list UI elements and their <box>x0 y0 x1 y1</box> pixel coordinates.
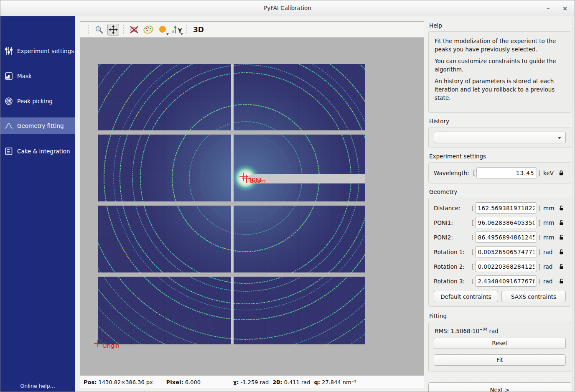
parameter-row: Rotation 3: [ ] rad <box>434 275 566 287</box>
parameter-label: Distance: <box>434 205 471 211</box>
parameter-field[interactable] <box>475 202 537 214</box>
bracket-left: [ <box>471 234 475 241</box>
zoom-tool-button[interactable] <box>93 24 105 36</box>
saxs-constraints-button[interactable]: SAXS contraints <box>501 291 566 302</box>
parameter-field[interactable] <box>475 246 537 257</box>
sidebar-item-mask[interactable]: Mask <box>0 68 75 84</box>
lock-open-icon[interactable] <box>558 205 566 211</box>
sidebar-item-geometry-fitting[interactable]: Geometry fitting <box>0 117 75 134</box>
parameter-field[interactable] <box>475 232 537 243</box>
magnifier-icon <box>94 25 104 34</box>
experiment-section-label: Experiment settings <box>429 153 571 160</box>
parameter-unit: mm <box>543 205 556 211</box>
lock-closed-icon[interactable] <box>558 170 566 176</box>
parameter-field[interactable] <box>475 261 537 272</box>
history-box <box>428 127 571 148</box>
help-section-label: Help <box>429 22 571 29</box>
sidebar-item-label: Mask <box>17 73 32 79</box>
3d-view-button[interactable]: 3D <box>193 25 204 34</box>
dropdown-caret <box>166 33 169 35</box>
history-dropdown[interactable] <box>434 132 566 143</box>
toolbar-grip[interactable] <box>88 25 89 34</box>
sidebar: Experiment settings Mask Peak picking <box>0 16 75 392</box>
module-gap-vertical <box>231 64 234 344</box>
parameter-row: PONI2: [ ] mm <box>434 232 566 243</box>
wavelength-row: Wavelength: [ ] keV <box>434 167 566 178</box>
bracket-left: [ <box>471 263 475 270</box>
geometry-section-label: Geometry <box>429 188 571 195</box>
experiment-box: Wavelength: [ ] keV <box>428 162 571 183</box>
lock-open-icon[interactable] <box>558 278 566 284</box>
parameter-label: PONI1: <box>434 219 471 226</box>
bracket-right: ] <box>537 249 542 255</box>
status-segment: q: 27.844 nm⁻¹ <box>314 379 356 385</box>
minimize-button[interactable]: – <box>543 4 554 13</box>
parameter-unit: rad <box>543 249 556 255</box>
colormap-button[interactable] <box>142 24 154 36</box>
wavelength-label: Wavelength: <box>434 170 472 176</box>
wavelength-unit: keV <box>543 170 556 176</box>
plot-canvas[interactable]: PONI Beam Origin <box>80 38 424 375</box>
bracket-right: ] <box>537 170 542 176</box>
bracket-left: [ <box>472 170 476 176</box>
help-box: Fit the modelization of the experient to… <box>428 31 571 113</box>
chevron-down-icon <box>558 137 561 139</box>
green-up-arrow-icon <box>173 25 177 34</box>
default-constraints-button[interactable]: Default contraints <box>434 291 498 302</box>
plot-widget: d Y 3D <box>80 21 424 389</box>
sidebar-item-label: Geometry fitting <box>17 122 64 129</box>
help-paragraph: You can customize constraints to guide t… <box>435 57 565 74</box>
parameter-field[interactable] <box>475 217 537 228</box>
lock-open-icon[interactable] <box>558 220 566 226</box>
lock-open-icon[interactable] <box>558 264 566 270</box>
plot-toolbar: d Y 3D <box>80 22 424 38</box>
parameter-row: PONI1: [ ] mm <box>434 217 566 228</box>
fit-button[interactable]: Fit <box>434 354 566 366</box>
bracket-left: [ <box>471 249 475 255</box>
bracket-right: ] <box>537 278 542 285</box>
lock-open-icon[interactable] <box>558 234 566 240</box>
status-segment: 2θ: 0.411 rad <box>272 379 310 385</box>
toolbar-grip[interactable] <box>123 25 125 34</box>
parameter-unit: rad <box>543 263 556 270</box>
sidebar-item-experiment-settings[interactable]: Experiment settings <box>0 43 75 59</box>
bracket-right: ] <box>537 234 542 241</box>
mask-icon <box>4 71 13 81</box>
close-button[interactable]: × <box>560 4 570 13</box>
wavelength-field[interactable] <box>476 167 537 178</box>
parameter-row: Distance: [ ] mm <box>434 202 566 214</box>
detector-modules <box>80 38 424 375</box>
y-axis-orientation-button[interactable]: d Y <box>171 24 183 36</box>
online-help-link[interactable]: Online help... <box>0 383 75 389</box>
peak-curve-icon <box>4 121 13 130</box>
pan-tool-button[interactable] <box>107 24 119 36</box>
bracket-left: [ <box>471 205 475 211</box>
sliders-icon <box>4 46 13 56</box>
status-segment: Pixel: 6.000 <box>166 379 201 385</box>
next-button[interactable]: Next > <box>428 382 571 392</box>
orange-circle-icon <box>158 25 167 34</box>
document-lines-icon <box>4 147 13 156</box>
parameter-unit: mm <box>543 234 556 241</box>
origin-marker-label: Origin <box>102 342 120 349</box>
bracket-right: ] <box>537 263 542 270</box>
y-axis-icon: d Y <box>171 25 182 34</box>
sidebar-item-peak-picking[interactable]: Peak picking <box>0 93 75 109</box>
hide-crosshair-button[interactable] <box>128 24 140 36</box>
parameter-label: PONI2: <box>434 234 471 241</box>
history-section-label: History <box>429 118 571 125</box>
diffraction-image[interactable]: PONI Beam Origin <box>80 38 424 375</box>
parameter-field[interactable] <box>475 275 537 287</box>
palette-icon <box>143 25 154 35</box>
toolbar-grip[interactable] <box>186 25 188 34</box>
sidebar-item-cake-integration[interactable]: Cake & integration <box>0 143 75 160</box>
lock-open-icon[interactable] <box>558 249 566 255</box>
plot-statusbar: Pos: 1430.82×386.36 pxPixel: 6.000χ: -1.… <box>80 375 424 389</box>
parameter-unit: mm <box>543 219 556 226</box>
mask-color-button[interactable] <box>157 24 168 36</box>
crossed-eye-icon <box>129 25 139 35</box>
status-segment: χ: -1.259 rad <box>233 379 269 385</box>
reset-button[interactable]: Reset <box>434 338 566 349</box>
parameter-label: Rotation 2: <box>434 263 471 270</box>
pan-arrows-icon <box>109 25 118 34</box>
